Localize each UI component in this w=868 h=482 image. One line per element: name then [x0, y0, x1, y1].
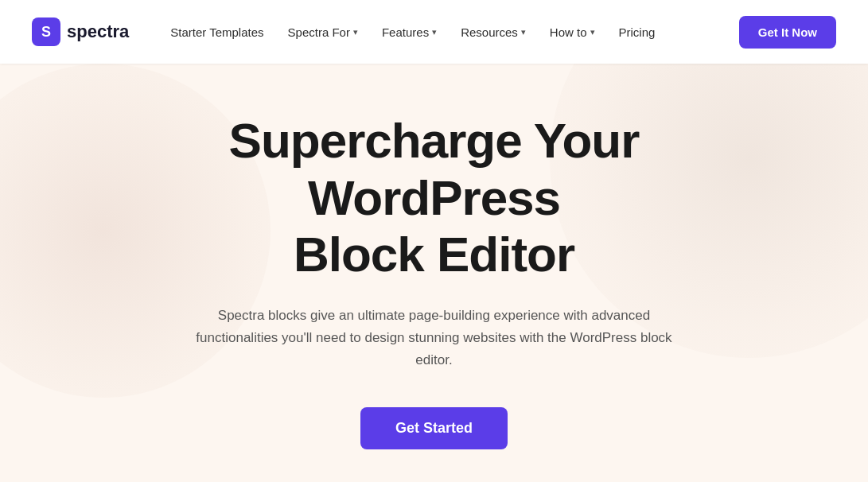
hero-title: Supercharge Your WordPress Block Editor [159, 112, 709, 282]
nav-item-pricing[interactable]: Pricing [609, 19, 665, 45]
chevron-down-icon: ▾ [353, 27, 358, 37]
nav-left: S spectra Starter Templates Spectra For … [32, 17, 664, 46]
nav-item-spectra-for[interactable]: Spectra For ▾ [278, 19, 368, 45]
nav-item-resources[interactable]: Resources ▾ [451, 19, 535, 45]
logo[interactable]: S spectra [32, 17, 129, 46]
chevron-down-icon: ▾ [590, 27, 595, 37]
nav-item-how-to[interactable]: How to ▾ [540, 19, 605, 45]
get-started-button[interactable]: Get Started [360, 407, 508, 449]
nav-item-starter-templates[interactable]: Starter Templates [161, 19, 273, 45]
nav-item-features[interactable]: Features ▾ [372, 19, 446, 45]
navbar: S spectra Starter Templates Spectra For … [0, 0, 868, 64]
hero-subtitle: Spectra blocks give an ultimate page-bui… [188, 305, 681, 371]
chevron-down-icon: ▾ [521, 27, 526, 37]
get-it-now-button[interactable]: Get It Now [739, 16, 836, 49]
nav-links: Starter Templates Spectra For ▾ Features… [161, 19, 664, 45]
logo-icon: S [32, 17, 60, 46]
hero-section: Supercharge Your WordPress Block Editor … [0, 64, 868, 482]
chevron-down-icon: ▾ [432, 27, 437, 37]
logo-text: spectra [67, 21, 129, 42]
